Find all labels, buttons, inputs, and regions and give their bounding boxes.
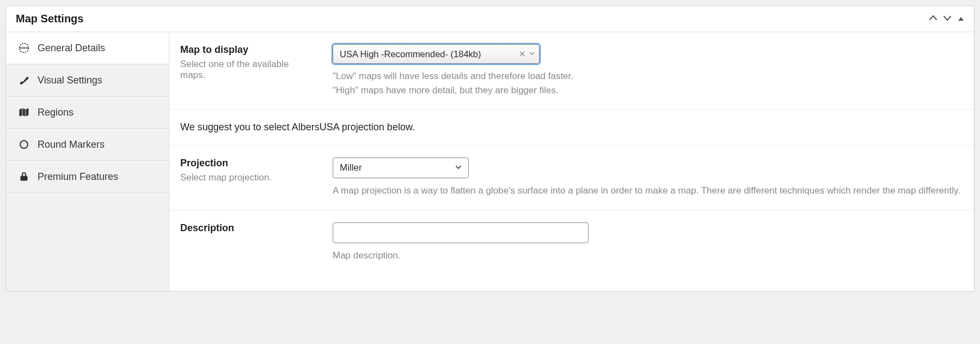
projection-help-text: A map projection is a way to flatten a g…	[333, 184, 963, 198]
field-sublabel: Select map projection.	[180, 172, 316, 183]
move-up-icon[interactable]	[929, 14, 937, 23]
settings-content: Map to display Select one of the availab…	[169, 32, 974, 291]
lock-icon	[18, 171, 30, 183]
tab-label: Premium Features	[38, 171, 118, 183]
brush-icon	[18, 74, 30, 86]
help-line: "Low" maps will have less details and th…	[333, 69, 963, 83]
map-settings-panel: Map Settings General Details	[5, 5, 975, 292]
toggle-panel-icon[interactable]	[958, 15, 964, 23]
description-help-text: Map description.	[333, 249, 963, 263]
tab-premium-features[interactable]: Premium Features	[6, 161, 169, 193]
field-control-col: Map description.	[333, 222, 963, 263]
tab-round-markers[interactable]: Round Markers	[6, 129, 169, 161]
panel-controls	[929, 14, 964, 23]
panel-title: Map Settings	[16, 13, 83, 25]
circle-icon	[18, 138, 30, 150]
field-label-col: Description	[180, 222, 316, 263]
tab-label: Round Markers	[38, 139, 105, 150]
chevron-down-icon	[528, 50, 535, 58]
panel-body: General Details Visual Settings Regions …	[6, 32, 974, 291]
tab-regions[interactable]: Regions	[6, 96, 169, 129]
description-input[interactable]	[333, 222, 589, 243]
field-label-col: Map to display Select one of the availab…	[180, 44, 316, 97]
field-description: Description Map description.	[169, 210, 974, 275]
projection-select[interactable]: Miller	[333, 158, 469, 178]
map-help-text: "Low" maps will have less details and th…	[333, 69, 963, 97]
projection-select-value: Miller	[340, 162, 362, 173]
move-down-icon[interactable]	[944, 14, 951, 23]
field-projection: Projection Select map projection. Miller…	[169, 146, 974, 210]
settings-tabs: General Details Visual Settings Regions …	[6, 32, 169, 291]
field-map-to-display: Map to display Select one of the availab…	[169, 32, 974, 110]
help-line: "High" maps have more detail, but they a…	[333, 83, 963, 98]
field-label-col: Projection Select map projection.	[180, 158, 316, 198]
panel-header: Map Settings	[6, 6, 974, 32]
tab-visual-settings[interactable]: Visual Settings	[6, 64, 169, 96]
map-select[interactable]: USA High -Recommended- (184kb) ✕	[333, 44, 540, 64]
svg-point-2	[20, 141, 28, 148]
svg-rect-3	[21, 176, 27, 180]
tab-general-details[interactable]: General Details	[6, 32, 169, 64]
field-control-col: Miller A map projection is a way to flat…	[333, 158, 963, 198]
field-control-col: USA High -Recommended- (184kb) ✕ "Low" m…	[333, 44, 963, 97]
clear-icon[interactable]: ✕	[517, 49, 528, 59]
field-label: Map to display	[180, 44, 316, 56]
map-icon	[18, 106, 30, 118]
field-label: Projection	[180, 158, 316, 169]
field-label: Description	[180, 222, 316, 234]
tab-label: General Details	[38, 43, 105, 54]
globe-icon	[18, 42, 30, 54]
field-sublabel: Select one of the available maps.	[180, 59, 316, 81]
tab-label: Visual Settings	[38, 75, 102, 86]
map-select-value: USA High -Recommended- (184kb)	[340, 49, 517, 59]
tab-label: Regions	[38, 107, 74, 118]
tabs-filler	[6, 193, 169, 291]
projection-suggestion: We suggest you to select AlbersUSA proje…	[169, 110, 974, 146]
chevron-down-icon	[455, 162, 462, 173]
